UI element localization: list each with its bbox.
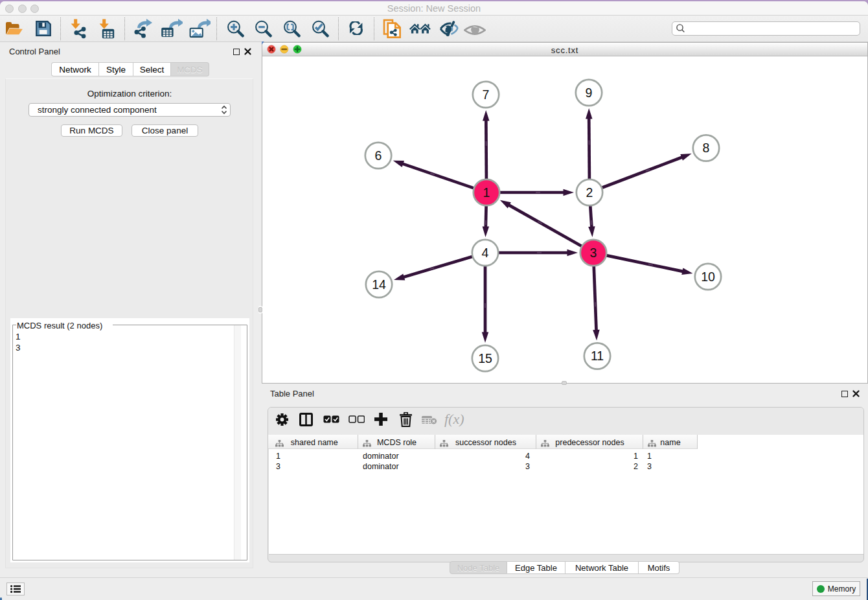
svg-text:2: 2 [586,185,593,200]
svg-text:10: 10 [701,270,715,284]
svg-text:15: 15 [478,351,492,365]
svg-text:4: 4 [482,246,489,260]
svg-text:6: 6 [375,148,382,163]
svg-text:1: 1 [483,185,490,200]
svg-text:9: 9 [586,86,593,100]
svg-text:11: 11 [591,349,604,363]
svg-text:14: 14 [372,277,386,292]
svg-text:7: 7 [483,87,490,102]
svg-text:8: 8 [703,141,710,155]
svg-text:3: 3 [590,246,597,260]
